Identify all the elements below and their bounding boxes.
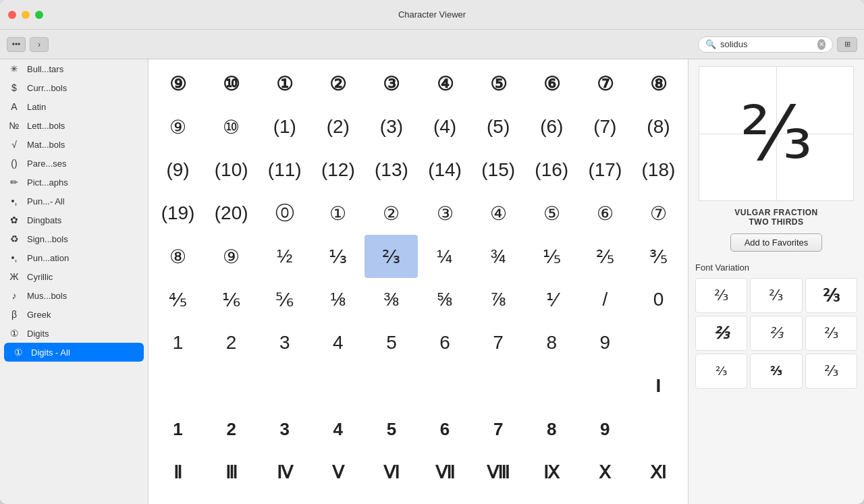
char-cell[interactable]: (5) [472,105,525,148]
char-cell[interactable]: ⅘ [151,278,205,321]
char-cell[interactable]: I [632,364,685,408]
char-cell[interactable]: (17) [578,148,632,192]
char-cell[interactable]: ⅛ [311,278,364,321]
sidebar-item-greek[interactable]: β Greek [0,305,148,324]
more-options-button[interactable]: ••• [7,37,26,52]
char-cell[interactable]: ⑧ [632,62,685,105]
char-cell[interactable]: ⅓ [311,235,364,278]
font-var-cell[interactable]: ⅔ [805,316,857,351]
char-cell[interactable]: ⅱ [258,494,311,504]
char-cell[interactable]: (1) [258,105,311,148]
char-cell[interactable]: ⑩ [205,105,258,148]
char-cell[interactable]: ⅟ [525,278,578,321]
char-cell[interactable]: Ⅳ [258,451,311,494]
char-cell[interactable]: 8 [525,321,578,364]
char-cell[interactable]: (18) [632,148,685,192]
char-cell[interactable]: ¼ [418,235,471,278]
sidebar-item-cyrillic[interactable]: Ж Cyrillic [0,267,148,286]
char-cell[interactable]: (11) [258,148,311,192]
font-var-cell[interactable]: ⅔ [750,278,802,313]
char-cell[interactable] [205,364,258,408]
char-cell[interactable]: 7 [472,408,525,451]
char-cell[interactable]: ⑧ [151,235,205,278]
char-cell[interactable]: 7 [472,321,525,364]
search-clear-button[interactable]: ✕ [817,39,826,50]
char-cell[interactable]: 3 [258,321,311,364]
char-cell[interactable]: ⅷ [578,494,632,504]
sidebar-item-latin[interactable]: A Latin [0,97,148,116]
char-cell[interactable]: ⅗ [632,235,685,278]
font-var-cell[interactable]: ⅔ [695,354,747,389]
char-cell[interactable]: ① [258,62,311,105]
sidebar-item-parenthesized[interactable]: () Pare...ses [0,154,148,173]
char-cell[interactable]: ⅚ [258,278,311,321]
char-cell[interactable]: 4 [311,321,364,364]
char-cell[interactable]: 2 [205,321,258,364]
char-cell[interactable]: ⅖ [578,235,632,278]
char-cell[interactable] [418,364,471,408]
char-cell[interactable]: Ⅲ [205,451,258,494]
font-var-cell[interactable]: ⅔ [805,354,857,389]
sidebar-item-music-symbols[interactable]: ♪ Mus...bols [0,286,148,305]
char-cell[interactable]: ⅶ [525,494,578,504]
search-box[interactable]: 🔍 ✕ [698,36,833,53]
char-cell[interactable]: Ⅵ [364,451,418,494]
char-cell[interactable]: ⅵ [472,494,525,504]
char-cell[interactable]: ⑦ [578,62,632,105]
char-grid-container[interactable]: ⑨⑩①②③④⑤⑥⑦⑧⑨⑩(1)(2)(3)(4)(5)(6)(7)(8)(9)(… [148,59,688,504]
sidebar-item-dingbats[interactable]: ✿ Dingbats [0,211,148,229]
char-cell[interactable]: 0 [632,278,685,321]
sidebar-item-math-symbols[interactable]: √ Mat...bols [0,135,148,154]
char-cell[interactable]: Ⅴ [311,451,364,494]
char-cell[interactable]: ⓪ [258,192,311,235]
char-cell[interactable]: 8 [525,408,578,451]
char-cell[interactable]: ⅜ [364,278,418,321]
char-cell[interactable]: ½ [258,235,311,278]
char-cell[interactable]: ③ [418,192,471,235]
char-cell[interactable]: (10) [205,148,258,192]
char-cell[interactable]: 1 [151,408,205,451]
char-cell[interactable]: (12) [311,148,364,192]
char-cell[interactable]: Ⅶ [418,451,471,494]
close-button[interactable] [8,11,16,19]
search-input[interactable] [720,39,813,49]
char-cell[interactable]: ⑨ [205,235,258,278]
char-cell[interactable]: ⅝ [418,278,471,321]
char-cell[interactable]: ⑤ [472,62,525,105]
char-cell[interactable]: ⅸ [632,494,685,504]
char-cell[interactable] [578,364,632,408]
minimize-button[interactable] [22,11,30,19]
sidebar-item-letterlike-symbols[interactable]: № Lett...bols [0,116,148,135]
char-cell[interactable]: (2) [311,105,364,148]
char-cell[interactable]: 5 [364,408,418,451]
grid-view-button[interactable]: ⊞ [837,37,857,52]
char-cell[interactable]: Ⅺ [632,451,685,494]
char-cell[interactable]: ⅰ [205,494,258,504]
sidebar-item-signs-symbols[interactable]: ♻ Sign...bols [0,229,148,248]
font-var-cell[interactable]: ⅔ [695,316,747,351]
sidebar-item-pictographs[interactable]: ✏ Pict...aphs [0,173,148,192]
sidebar-item-currency-symbols[interactable]: $ Curr...bols [0,78,148,97]
char-cell[interactable]: Ⅻ [151,494,205,504]
char-cell[interactable]: 9 [578,321,632,364]
char-cell[interactable]: (7) [578,105,632,148]
char-cell[interactable] [632,408,685,451]
char-cell[interactable]: (14) [418,148,471,192]
char-cell[interactable]: (8) [632,105,685,148]
sidebar-item-digits-all[interactable]: ① Digits - All [4,343,144,362]
char-cell[interactable] [311,364,364,408]
char-cell[interactable]: Ⅸ [525,451,578,494]
char-cell[interactable]: ⑩ [205,62,258,105]
char-cell[interactable]: ⑨ [151,62,205,105]
sidebar-item-punctuation-all[interactable]: •, Pun...- All [0,192,148,211]
char-cell[interactable]: (3) [364,105,418,148]
char-cell[interactable]: / [578,278,632,321]
font-var-cell[interactable]: ⅔ [750,354,802,389]
sidebar-item-bullet-stars[interactable]: ✳ Bull...tars [0,59,148,78]
char-cell[interactable] [151,364,205,408]
char-cell[interactable]: 6 [418,408,471,451]
char-cell[interactable]: Ⅷ [472,451,525,494]
font-var-cell[interactable]: ⅔ [695,278,747,313]
char-cell[interactable]: ① [311,192,364,235]
sidebar-item-punctuation[interactable]: •, Pun...ation [0,248,148,267]
